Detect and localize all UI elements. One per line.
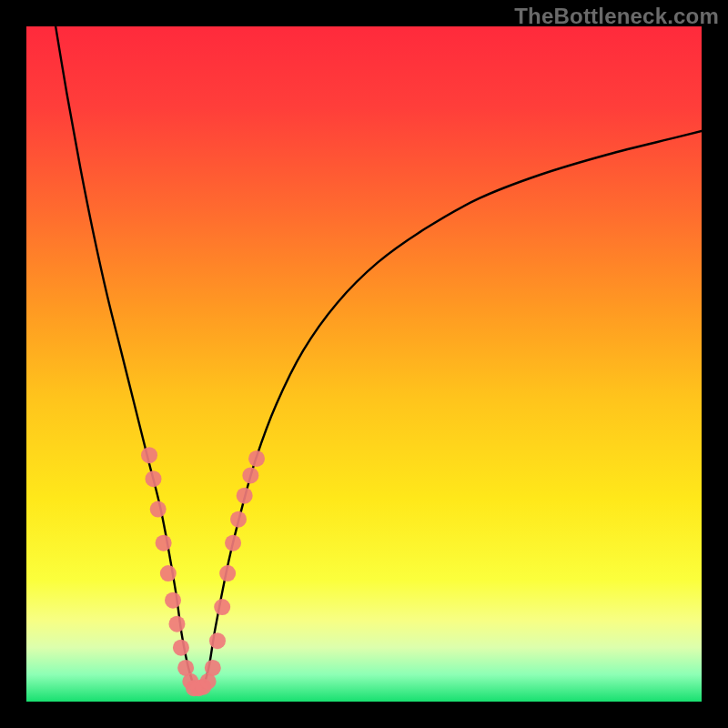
marker-dot: [146, 470, 162, 487]
marker-dot: [205, 660, 221, 676]
marker-dot: [219, 565, 236, 581]
watermark-text: TheBottleneck.com: [514, 4, 719, 29]
marker-dot: [156, 535, 172, 551]
marker-dot: [209, 632, 226, 649]
marker-dot: [242, 467, 258, 483]
curve-layer: [26, 26, 702, 702]
plot-area: [26, 26, 702, 702]
marker-dot: [214, 599, 230, 615]
marker-dot: [230, 511, 247, 528]
marker-group: [141, 447, 265, 696]
chart-frame: TheBottleneck.com: [0, 0, 728, 728]
marker-dot: [165, 592, 181, 609]
marker-dot: [225, 535, 241, 551]
marker-dot: [141, 447, 157, 463]
marker-dot: [160, 565, 177, 581]
marker-dot: [168, 616, 185, 632]
bottleneck-curve: [54, 26, 702, 691]
marker-dot: [237, 488, 253, 504]
marker-dot: [150, 501, 167, 518]
marker-dot: [248, 450, 265, 467]
marker-dot: [173, 640, 189, 656]
